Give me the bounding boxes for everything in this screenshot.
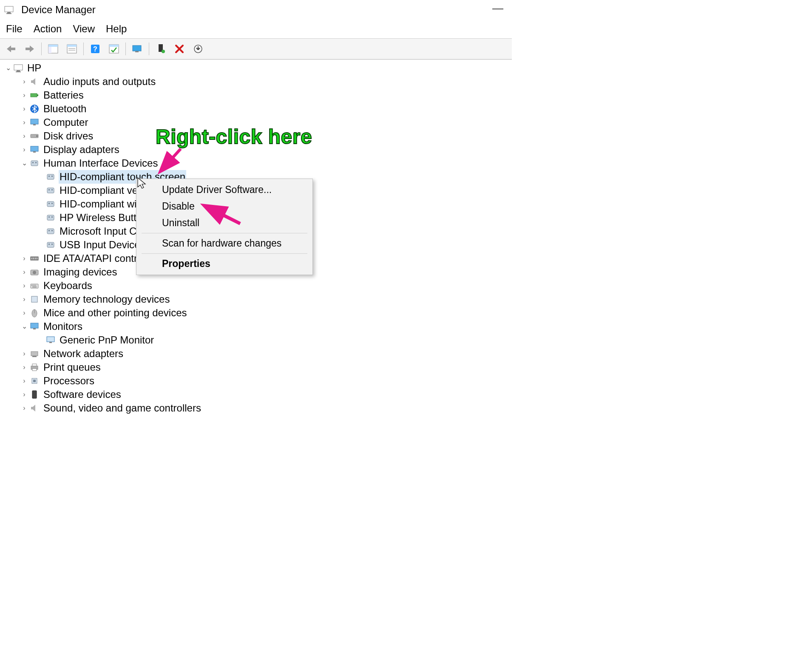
menu-action[interactable]: Action	[31, 21, 71, 37]
tree-node-label: Mice and other pointing devices	[43, 306, 188, 320]
toolbar-uninstall-button[interactable]	[171, 41, 187, 57]
tree-node-software-devices[interactable]: › Software devices	[3, 388, 512, 401]
caret-right-icon[interactable]: ›	[20, 102, 29, 116]
hid-device-icon	[45, 212, 56, 223]
context-menu-uninstall[interactable]: Uninstall	[137, 215, 312, 231]
caret-right-icon[interactable]: ›	[20, 401, 29, 415]
tree-node-monitors[interactable]: ⌄ Monitors	[3, 320, 512, 333]
svg-rect-53	[31, 258, 32, 259]
caret-right-icon[interactable]: ›	[20, 306, 29, 320]
context-menu-update-driver[interactable]: Update Driver Software...	[137, 182, 312, 198]
svg-rect-70	[47, 337, 54, 342]
tree-node-keyboards[interactable]: › Keyboards	[3, 279, 512, 292]
toolbar-properties-button[interactable]	[64, 41, 80, 57]
computer-root-icon	[13, 62, 24, 74]
svg-rect-64	[32, 287, 37, 287]
tree-node-audio[interactable]: › Audio inputs and outputs	[3, 75, 512, 88]
tree-node-batteries[interactable]: › Batteries	[3, 88, 512, 102]
svg-rect-59	[31, 284, 38, 288]
context-menu-disable[interactable]: Disable	[137, 198, 312, 215]
toolbar-back-button[interactable]	[3, 41, 19, 57]
caret-down-icon[interactable]: ⌄	[20, 320, 29, 333]
minimize-button[interactable]: —	[492, 2, 503, 15]
toolbar-scan-hardware-button[interactable]	[153, 41, 169, 57]
svg-rect-44	[48, 216, 50, 218]
tree-node-processors[interactable]: › Processors	[3, 374, 512, 388]
caret-right-icon[interactable]: ›	[20, 374, 29, 388]
svg-rect-62	[34, 285, 35, 286]
toolbar-show-hide-tree-button[interactable]	[45, 41, 61, 57]
tree-node-generic-pnp-monitor[interactable]: › Generic PnP Monitor	[3, 333, 512, 347]
toolbar-separator	[41, 43, 42, 55]
menu-help[interactable]: Help	[103, 21, 135, 37]
toolbar-forward-button[interactable]	[22, 41, 38, 57]
toolbar-help-button[interactable]: ?	[87, 41, 103, 57]
caret-right-icon[interactable]: ›	[20, 265, 29, 279]
tree-node-label: Microsoft Input Co	[59, 224, 143, 238]
annotation-text: Right-click here	[156, 125, 312, 148]
toolbar-separator	[83, 43, 84, 55]
svg-rect-0	[5, 6, 13, 12]
tree-node-label: Print queues	[43, 360, 102, 374]
caret-down-icon[interactable]: ⌄	[3, 61, 13, 75]
svg-point-58	[33, 271, 36, 274]
menu-bar: File Action View Help	[0, 20, 512, 38]
tree-node-memory[interactable]: › Memory technology devices	[3, 292, 512, 306]
svg-rect-56	[37, 258, 37, 259]
caret-right-icon[interactable]: ›	[20, 347, 29, 360]
caret-right-icon[interactable]: ›	[20, 75, 29, 88]
tree-node-label: HP	[26, 61, 42, 75]
caret-right-icon[interactable]: ›	[20, 279, 29, 292]
svg-rect-37	[47, 188, 54, 193]
caret-down-icon[interactable]: ⌄	[20, 156, 29, 170]
bluetooth-icon	[29, 103, 40, 114]
svg-rect-14	[133, 45, 141, 51]
tree-node-network-adapters[interactable]: › Network adapters	[3, 347, 512, 360]
hid-device-icon	[45, 226, 56, 237]
device-manager-window: Device Manager — File Action View Help ?	[0, 0, 512, 414]
caret-right-icon[interactable]: ›	[20, 360, 29, 374]
caret-right-icon[interactable]: ›	[20, 143, 29, 156]
svg-rect-19	[14, 65, 23, 70]
tree-root-node[interactable]: ⌄ HP	[3, 61, 512, 75]
tree-node-label: Audio inputs and outputs	[43, 75, 156, 88]
tree-node-label: Network adapters	[43, 347, 124, 360]
tree-node-hid[interactable]: ⌄ Human Interface Devices	[3, 156, 512, 170]
svg-text:?: ?	[93, 45, 97, 53]
caret-right-icon[interactable]: ›	[20, 88, 29, 102]
svg-rect-4	[48, 45, 58, 47]
caret-right-icon[interactable]: ›	[20, 129, 29, 143]
context-menu-scan[interactable]: Scan for hardware changes	[137, 235, 312, 252]
menu-view[interactable]: View	[70, 21, 103, 37]
toolbar-install-legacy-button[interactable]	[190, 41, 206, 57]
caret-right-icon[interactable]: ›	[20, 252, 29, 265]
svg-rect-79	[32, 391, 37, 398]
svg-rect-43	[47, 215, 54, 220]
tree-node-sound[interactable]: › Sound, video and game controllers	[3, 401, 512, 415]
svg-point-28	[37, 136, 38, 137]
tree-node-mice[interactable]: › Mice and other pointing devices	[3, 306, 512, 320]
toolbar-update-driver-button[interactable]	[129, 41, 145, 57]
svg-rect-54	[33, 258, 34, 259]
caret-right-icon[interactable]: ›	[20, 116, 29, 129]
tree-node-bluetooth[interactable]: › Bluetooth	[3, 102, 512, 116]
svg-rect-72	[31, 352, 38, 356]
camera-icon	[29, 267, 40, 278]
caret-right-icon[interactable]: ›	[20, 388, 29, 401]
tree-node-print-queues[interactable]: › Print queues	[3, 360, 512, 374]
svg-rect-1	[7, 12, 11, 13]
svg-rect-34	[47, 174, 54, 179]
svg-rect-75	[32, 364, 37, 366]
svg-rect-73	[32, 356, 37, 357]
svg-rect-60	[31, 285, 32, 286]
svg-rect-63	[35, 285, 36, 286]
context-menu-properties[interactable]: Properties	[137, 255, 312, 272]
toolbar-separator	[125, 43, 126, 55]
caret-right-icon[interactable]: ›	[20, 292, 29, 306]
context-menu-separator	[142, 233, 307, 233]
tree-node-label: HID-compliant ver	[59, 184, 142, 197]
toolbar-separator	[149, 43, 149, 55]
menu-file[interactable]: File	[3, 21, 31, 37]
toolbar-enable-button[interactable]	[106, 41, 122, 57]
tree-node-label: Processors	[43, 374, 95, 388]
